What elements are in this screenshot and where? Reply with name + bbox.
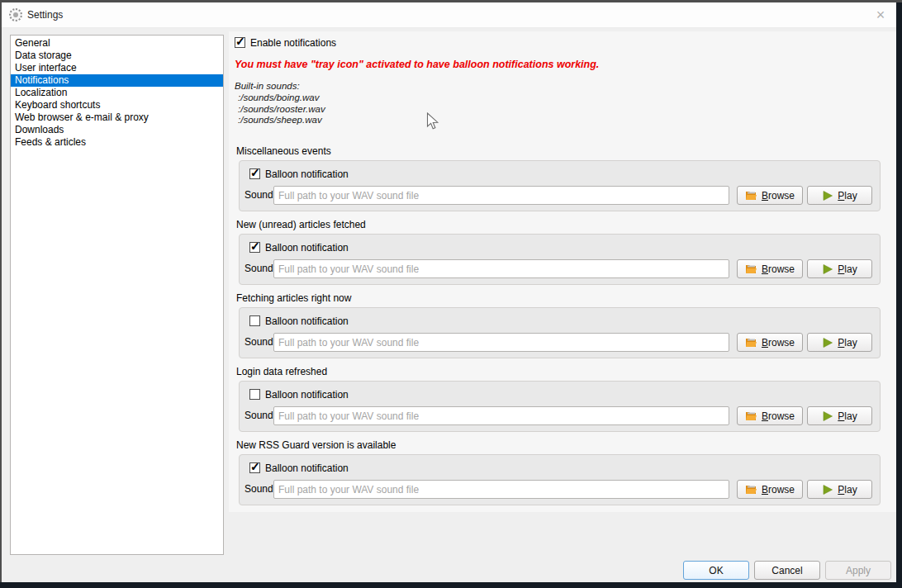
sidebar-item[interactable]: Keyboard shortcuts (11, 99, 223, 111)
sidebar-item[interactable]: Localization (11, 87, 223, 99)
balloon-notification-label: Balloon notification (265, 315, 349, 327)
browse-button[interactable]: Browse (737, 480, 803, 499)
builtin-sound-file: :/sounds/sheep.wav (238, 115, 325, 126)
tray-icon-warning-text: You must have "tray icon" activated to h… (235, 59, 599, 70)
browse-button[interactable]: Browse (737, 259, 803, 278)
sidebar-item-label: Downloads (15, 124, 64, 135)
section-groupbox: Balloon notification Sound Browse (239, 307, 881, 358)
settings-app-icon (9, 8, 22, 21)
balloon-notification-checkbox[interactable] (249, 242, 260, 253)
sound-path-input[interactable] (273, 480, 729, 499)
settings-category-list: General Data storage User interface Noti… (10, 35, 224, 555)
sound-path-input[interactable] (273, 406, 729, 425)
play-icon (822, 484, 833, 496)
sound-path-input[interactable] (273, 259, 729, 278)
play-icon (822, 190, 833, 202)
section-title: Login data refreshed (236, 366, 327, 377)
sidebar-item[interactable]: Downloads (11, 124, 223, 136)
play-label: Play (838, 484, 857, 496)
browse-label: Browse (762, 484, 795, 496)
balloon-notification-row[interactable]: Balloon notification (249, 462, 349, 474)
browse-label: Browse (762, 337, 795, 349)
sound-label: Sound (244, 263, 272, 274)
browse-label: Browse (762, 263, 795, 275)
apply-button: Apply (825, 561, 891, 580)
balloon-notification-checkbox[interactable] (249, 462, 260, 473)
balloon-notification-row[interactable]: Balloon notification (249, 388, 349, 401)
browse-button[interactable]: Browse (737, 333, 803, 352)
close-icon[interactable]: × (871, 6, 890, 24)
section-title: New (unread) articles fetched (236, 219, 366, 230)
sidebar-item-label: Data storage (15, 50, 72, 61)
builtin-sound-file: :/sounds/rooster.wav (238, 104, 325, 116)
sidebar-item[interactable]: Notifications (11, 74, 223, 87)
enable-notifications-checkbox[interactable] (235, 37, 245, 48)
section-groupbox: Balloon notification Sound Browse (239, 234, 881, 285)
browse-label: Browse (762, 190, 795, 202)
balloon-notification-label: Balloon notification (265, 389, 349, 401)
sound-path-input[interactable] (273, 186, 729, 205)
play-icon (822, 337, 833, 349)
play-button[interactable]: Play (807, 333, 872, 352)
notification-section: New RSS Guard version is available Ballo… (229, 439, 896, 506)
balloon-notification-checkbox[interactable] (249, 315, 260, 326)
balloon-notification-checkbox[interactable] (249, 168, 260, 179)
browse-button[interactable]: Browse (737, 406, 803, 425)
sidebar-item-label: General (15, 37, 50, 49)
balloon-notification-row[interactable]: Balloon notification (249, 168, 349, 180)
window-title: Settings (27, 9, 63, 21)
section-title: New RSS Guard version is available (236, 439, 396, 451)
folder-icon (745, 190, 757, 201)
sidebar-item-label: Feeds & articles (15, 136, 86, 148)
notification-section: Fetching articles right now Balloon noti… (229, 292, 896, 359)
section-title: Fetching articles right now (236, 292, 351, 304)
enable-notifications-label: Enable notifications (250, 37, 336, 49)
play-label: Play (838, 337, 857, 349)
ok-button[interactable]: OK (683, 561, 749, 580)
play-button[interactable]: Play (807, 406, 872, 425)
screen: Settings × General Data storage User int… (0, 0, 902, 588)
sound-label: Sound (244, 410, 272, 421)
settings-dialog: Settings × General Data storage User int… (2, 2, 896, 582)
notification-section: Miscellaneous events Balloon notificatio… (229, 145, 896, 212)
sidebar-item[interactable]: General (11, 37, 223, 50)
builtin-sounds-note: Built-in sounds: :/sounds/boing.wav:/sou… (235, 81, 325, 126)
balloon-notification-label: Balloon notification (265, 242, 349, 254)
builtin-sound-file: :/sounds/boing.wav (238, 92, 325, 104)
section-groupbox: Balloon notification Sound Browse (239, 454, 881, 505)
balloon-notification-row[interactable]: Balloon notification (249, 315, 349, 327)
browse-button[interactable]: Browse (737, 186, 803, 205)
sound-label: Sound (244, 483, 272, 495)
section-groupbox: Balloon notification Sound Browse (239, 381, 881, 432)
play-icon (822, 410, 833, 422)
cancel-button[interactable]: Cancel (754, 561, 820, 580)
play-button[interactable]: Play (807, 480, 872, 499)
builtin-sound-file-list: :/sounds/boing.wav:/sounds/rooster.wav:/… (235, 92, 325, 126)
balloon-notification-label: Balloon notification (265, 168, 349, 180)
folder-icon (745, 410, 757, 421)
sound-label: Sound (244, 189, 272, 201)
enable-notifications-row[interactable]: Enable notifications (235, 36, 336, 49)
sidebar-item-label: Localization (15, 87, 67, 98)
section-title: Miscellaneous events (236, 145, 331, 157)
play-button[interactable]: Play (807, 259, 872, 278)
balloon-notification-checkbox[interactable] (249, 389, 260, 400)
sidebar-item[interactable]: Web browser & e-mail & proxy (11, 111, 223, 124)
folder-icon (745, 337, 757, 348)
sound-label: Sound (244, 336, 272, 348)
sidebar-item[interactable]: Data storage (11, 50, 223, 62)
balloon-notification-row[interactable]: Balloon notification (249, 241, 349, 254)
section-groupbox: Balloon notification Sound Browse (239, 160, 881, 211)
play-icon (822, 263, 833, 275)
title-bar: Settings × (2, 2, 896, 28)
play-label: Play (838, 263, 857, 275)
notification-section: New (unread) articles fetched Balloon no… (229, 219, 896, 286)
folder-icon (745, 484, 757, 495)
builtin-sounds-heading: Built-in sounds: (235, 81, 325, 92)
sound-path-input[interactable] (273, 333, 729, 352)
sidebar-item[interactable]: User interface (11, 62, 223, 74)
sidebar-item-label: Web browser & e-mail & proxy (15, 111, 149, 123)
play-label: Play (838, 190, 857, 202)
sidebar-item[interactable]: Feeds & articles (11, 136, 223, 149)
play-button[interactable]: Play (807, 186, 872, 205)
